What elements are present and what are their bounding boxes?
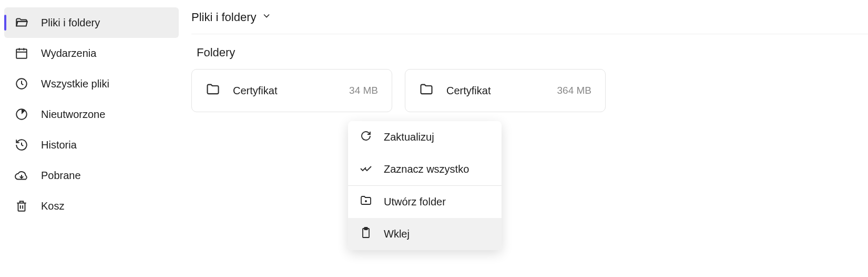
folder-name: Certyfikat (446, 85, 545, 97)
folders-grid: Certyfikat 34 MB Certyfikat 364 MB (191, 69, 868, 112)
svg-rect-0 (16, 49, 27, 58)
check-all-icon (360, 162, 372, 177)
sidebar-item-all-files[interactable]: Wszystkie pliki (4, 68, 179, 99)
folder-plus-icon (360, 194, 372, 210)
folder-open-icon (15, 16, 28, 29)
sidebar-item-label: Wydarzenia (41, 47, 96, 60)
pie-icon (15, 107, 28, 121)
sidebar-item-label: Wszystkie pliki (41, 78, 109, 90)
context-select-all[interactable]: Zaznacz wszystko (348, 153, 502, 185)
sidebar-item-files-folders[interactable]: Pliki i foldery (4, 7, 179, 38)
sidebar-item-label: Historia (41, 139, 77, 151)
folder-size: 364 MB (557, 85, 591, 96)
context-create-folder[interactable]: Utwórz folder (348, 186, 502, 218)
section-title: Foldery (197, 46, 868, 60)
refresh-icon (360, 130, 372, 145)
folder-size: 34 MB (349, 85, 378, 96)
sidebar-item-downloads[interactable]: Pobrane (4, 160, 179, 191)
sidebar-item-uncreated[interactable]: Nieutworzone (4, 99, 179, 130)
breadcrumb[interactable]: Pliki i foldery (191, 7, 868, 34)
trash-icon (15, 199, 28, 213)
context-menu: Zaktualizuj Zaznacz wszystko Utwórz fold… (348, 121, 502, 250)
context-item-label: Zaktualizuj (384, 131, 434, 143)
context-item-label: Zaznacz wszystko (384, 163, 469, 175)
calendar-icon (15, 46, 28, 60)
sidebar-item-label: Pliki i foldery (41, 17, 100, 29)
breadcrumb-label: Pliki i foldery (191, 11, 256, 24)
folder-icon (419, 82, 434, 99)
sidebar: Pliki i foldery Wydarzenia Wszystkie pli… (0, 0, 183, 277)
clock-icon (15, 77, 28, 91)
sidebar-item-trash[interactable]: Kosz (4, 191, 179, 221)
history-icon (15, 138, 28, 152)
sidebar-item-label: Pobrane (41, 170, 81, 182)
sidebar-item-label: Nieutworzone (41, 108, 105, 121)
sidebar-item-label: Kosz (41, 200, 64, 212)
folder-name: Certyfikat (233, 85, 336, 97)
folder-card[interactable]: Certyfikat 364 MB (405, 69, 606, 112)
sidebar-item-events[interactable]: Wydarzenia (4, 38, 179, 68)
sidebar-item-history[interactable]: Historia (4, 130, 179, 160)
chevron-down-icon (261, 11, 272, 24)
folder-icon (206, 82, 220, 99)
folder-card[interactable]: Certyfikat 34 MB (191, 69, 392, 112)
main-panel: Pliki i foldery Foldery Certyfikat 34 MB… (183, 0, 868, 277)
context-paste[interactable]: Wklej (348, 218, 502, 250)
context-item-label: Utwórz folder (384, 196, 446, 208)
cloud-download-icon (15, 169, 28, 182)
context-refresh[interactable]: Zaktualizuj (348, 121, 502, 153)
clipboard-icon (360, 226, 372, 242)
context-item-label: Wklej (384, 228, 410, 240)
